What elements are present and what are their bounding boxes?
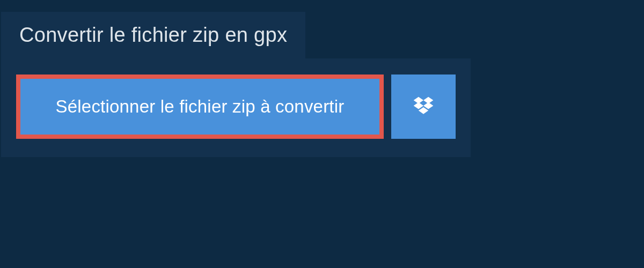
title-tab: Convertir le fichier zip en gpx [1,12,305,58]
select-file-label: Sélectionner le fichier zip à convertir [56,96,345,117]
dropbox-button[interactable] [391,75,456,139]
button-row: Sélectionner le fichier zip à convertir [16,75,456,139]
dropbox-icon [412,95,435,118]
select-file-button[interactable]: Sélectionner le fichier zip à convertir [16,75,384,139]
page-title: Convertir le fichier zip en gpx [19,24,287,46]
upload-panel: Sélectionner le fichier zip à convertir [1,58,471,157]
